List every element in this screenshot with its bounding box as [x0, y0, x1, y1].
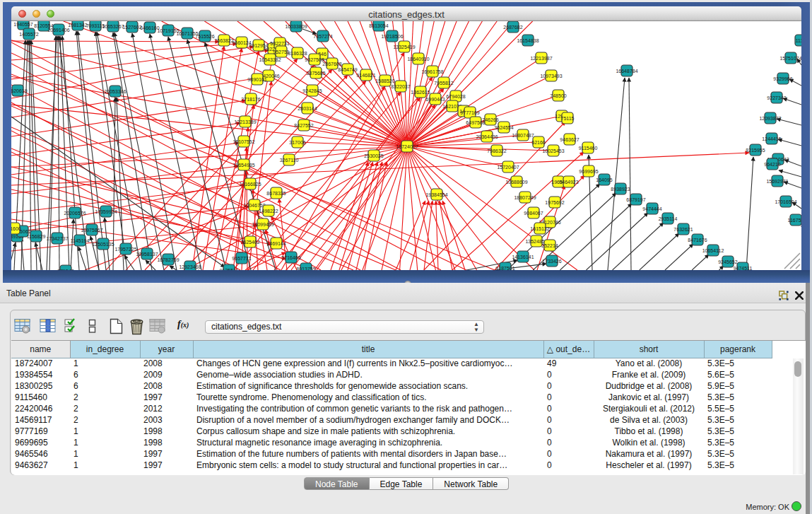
- svg-text:75115: 75115: [561, 116, 575, 121]
- svg-text:3624554: 3624554: [494, 125, 513, 130]
- svg-text:17359924: 17359924: [95, 209, 117, 214]
- svg-text:8322037: 8322037: [391, 84, 410, 89]
- svg-text:7986322: 7986322: [487, 148, 506, 153]
- svg-text:12213987: 12213987: [530, 56, 552, 61]
- svg-text:10025453: 10025453: [542, 148, 564, 153]
- svg-text:8454749: 8454749: [338, 67, 357, 72]
- svg-text:10975867: 10975867: [81, 228, 102, 233]
- svg-text:7357274: 7357274: [313, 34, 332, 39]
- svg-text:2718176: 2718176: [241, 97, 260, 102]
- svg-text:10653267: 10653267: [102, 24, 124, 29]
- svg-text:17342737: 17342737: [46, 236, 68, 241]
- svg-text:10958137: 10958137: [136, 252, 158, 257]
- svg-text:1527602: 1527602: [122, 25, 141, 30]
- svg-text:9699695: 9699695: [579, 169, 598, 174]
- svg-text:12093872: 12093872: [759, 116, 781, 121]
- svg-text:1975692: 1975692: [545, 200, 564, 205]
- svg-text:8427552: 8427552: [294, 123, 313, 128]
- svg-text:8215955: 8215955: [746, 148, 765, 153]
- svg-text:7955812: 7955812: [434, 81, 453, 86]
- svg-text:20206576: 20206576: [64, 211, 86, 216]
- svg-text:17016504: 17016504: [775, 199, 796, 204]
- svg-text:2935114: 2935114: [659, 216, 678, 221]
- svg-text:8938923: 8938923: [611, 187, 630, 192]
- svg-text:20364436: 20364436: [476, 134, 498, 139]
- svg-text:16648784: 16648784: [616, 69, 637, 74]
- svg-text:6794028: 6794028: [446, 94, 465, 99]
- svg-text:19654985: 19654985: [233, 163, 254, 168]
- svg-text:17957225: 17957225: [114, 247, 136, 252]
- svg-text:2803144: 2803144: [298, 106, 317, 111]
- svg-text:7632621: 7632621: [673, 227, 693, 232]
- svg-text:1469144: 1469144: [266, 241, 286, 246]
- svg-text:18640910: 18640910: [407, 57, 429, 62]
- svg-text:1362615: 1362615: [411, 90, 430, 95]
- svg-text:9115460: 9115460: [579, 146, 598, 151]
- svg-text:2620619: 2620619: [11, 88, 28, 93]
- svg-text:9329966: 9329966: [773, 76, 792, 81]
- svg-text:9327508: 9327508: [305, 57, 324, 62]
- svg-text:10046758: 10046758: [243, 203, 265, 208]
- svg-text:8471676: 8471676: [688, 238, 707, 243]
- svg-text:952751: 952751: [273, 49, 289, 54]
- svg-text:2867608: 2867608: [322, 62, 341, 66]
- svg-text:9245652: 9245652: [718, 259, 737, 264]
- svg-text:16961758: 16961758: [421, 69, 443, 74]
- svg-text:10654112: 10654112: [702, 248, 724, 253]
- svg-text:116753: 116753: [788, 218, 801, 223]
- svg-text:16033809: 16033809: [285, 24, 307, 29]
- svg-text:1244415: 1244415: [762, 136, 781, 141]
- svg-text:5322731: 5322731: [270, 41, 289, 46]
- svg-text:18724007: 18724007: [396, 144, 418, 149]
- svg-text:748500: 748500: [550, 93, 566, 98]
- svg-text:1588520: 1588520: [375, 78, 394, 83]
- svg-text:9242845: 9242845: [302, 88, 322, 93]
- svg-text:12505135: 12505135: [92, 242, 114, 247]
- svg-text:15692971: 15692971: [766, 179, 788, 184]
- svg-text:14099489: 14099489: [252, 222, 273, 227]
- svg-text:9463627: 9463627: [560, 137, 579, 142]
- svg-text:62160: 62160: [531, 140, 546, 145]
- svg-text:9227342: 9227342: [767, 95, 786, 100]
- svg-text:7663822: 7663822: [214, 38, 233, 43]
- svg-text:19218506: 19218506: [381, 34, 403, 39]
- svg-text:16782759: 16782759: [157, 257, 179, 262]
- svg-text:9464923: 9464923: [559, 180, 578, 185]
- svg-text:1145194: 1145194: [71, 238, 90, 243]
- svg-text:8678335: 8678335: [266, 191, 286, 196]
- svg-text:1498222: 1498222: [259, 209, 278, 214]
- svg-text:13325419: 13325419: [393, 45, 415, 49]
- svg-text:1117: 1117: [796, 38, 801, 43]
- svg-text:5716465: 5716465: [281, 255, 300, 260]
- svg-text:16543382: 16543382: [259, 57, 281, 62]
- svg-text:7515526: 7515526: [195, 34, 214, 39]
- svg-text:15720407: 15720407: [497, 165, 519, 170]
- svg-text:16154838: 16154838: [517, 38, 539, 43]
- svg-text:3267110: 3267110: [280, 158, 299, 163]
- svg-text:1615132: 1615132: [530, 226, 549, 231]
- svg-text:20053346: 20053346: [104, 89, 126, 94]
- svg-text:6879197: 6879197: [626, 197, 645, 202]
- svg-text:1405572: 1405572: [19, 32, 38, 37]
- svg-text:18807249: 18807249: [514, 195, 536, 200]
- svg-text:1940557: 1940557: [13, 22, 33, 27]
- svg-text:3875685: 3875685: [306, 71, 325, 76]
- svg-text:1081342: 1081342: [68, 23, 87, 28]
- svg-text:9084067: 9084067: [524, 211, 543, 216]
- svg-text:7625402: 7625402: [240, 240, 259, 245]
- svg-text:8813054: 8813054: [369, 23, 388, 28]
- svg-text:20691406: 20691406: [47, 28, 69, 33]
- svg-text:15751074: 15751074: [779, 56, 801, 61]
- svg-text:164095: 164095: [596, 177, 612, 182]
- svg-text:10688609: 10688609: [505, 180, 527, 185]
- svg-text:6990443: 6990443: [425, 97, 445, 102]
- svg-text:12213389: 12213389: [234, 119, 256, 124]
- svg-text:12923468: 12923468: [179, 264, 201, 269]
- svg-text:9657771: 9657771: [232, 256, 251, 261]
- svg-text:9890101: 9890101: [247, 77, 266, 82]
- svg-text:16107552: 16107552: [233, 139, 254, 144]
- svg-text:19166825: 19166825: [239, 182, 261, 187]
- svg-text:19384554: 19384554: [425, 192, 447, 197]
- svg-text:9146821: 9146821: [356, 73, 375, 78]
- svg-text:1156829: 1156829: [27, 234, 46, 239]
